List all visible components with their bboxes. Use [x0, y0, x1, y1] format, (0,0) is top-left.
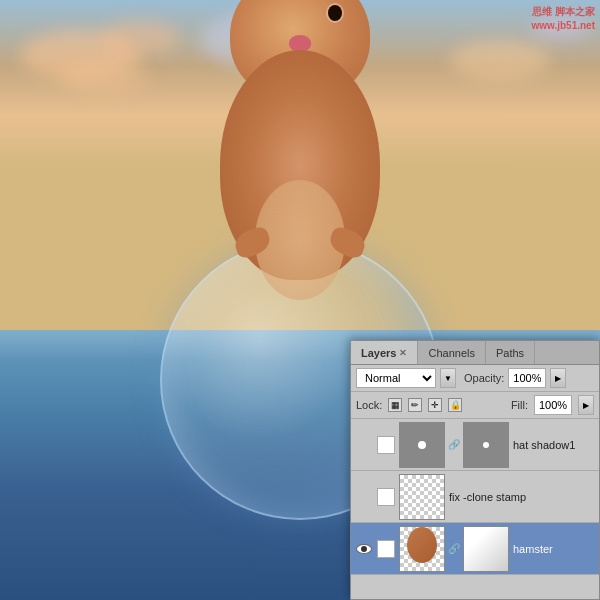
- opacity-label: Opacity:: [464, 372, 504, 384]
- layer-mask-hamster: [463, 526, 509, 572]
- hamster-torso: [220, 50, 380, 280]
- layer-row-hat-shadow[interactable]: 🔗 hat shadow1: [351, 419, 599, 471]
- tab-layers-close[interactable]: ✕: [399, 348, 407, 358]
- blend-mode-arrow[interactable]: ▼: [440, 368, 456, 388]
- tab-paths[interactable]: Paths: [486, 341, 535, 364]
- layer-thumbnail-fix-clone: [399, 474, 445, 520]
- opacity-input[interactable]: [508, 368, 546, 388]
- blend-mode-select[interactable]: Normal Dissolve Multiply Screen Overlay: [356, 368, 436, 388]
- lock-brush-icon[interactable]: ✏: [408, 398, 422, 412]
- layers-panel: Layers ✕ Channels Paths Normal Dissolve …: [350, 340, 600, 600]
- layer-link-hamster: 🔗: [449, 526, 459, 572]
- fill-input[interactable]: [534, 395, 572, 415]
- layer-link-hat-shadow: 🔗: [449, 422, 459, 468]
- lock-move-icon[interactable]: ✛: [428, 398, 442, 412]
- hamster-eye: [328, 5, 342, 21]
- layer-checkbox-hat-shadow[interactable]: [377, 436, 395, 454]
- tab-layers[interactable]: Layers ✕: [351, 341, 418, 364]
- lock-row: Lock: ▦ ✏ ✛ 🔒 Fill: ▶: [351, 392, 599, 419]
- layer-mask-hat-shadow: [463, 422, 509, 468]
- layer-name-fix-clone: fix -clone stamp: [449, 491, 595, 503]
- hamster-body: [200, 0, 400, 350]
- layer-name-hamster: hamster: [513, 543, 595, 555]
- lock-all-icon[interactable]: 🔒: [448, 398, 462, 412]
- opacity-arrow[interactable]: ▶: [550, 368, 566, 388]
- panel-tabs: Layers ✕ Channels Paths: [351, 341, 599, 365]
- layer-thumbnail-hamster: [399, 526, 445, 572]
- layer-visibility-hat-shadow[interactable]: [355, 436, 373, 454]
- mask-dot-hat-shadow: [483, 442, 489, 448]
- layer-name-hat-shadow: hat shadow1: [513, 439, 595, 451]
- layer-row-fix-clone[interactable]: fix -clone stamp: [351, 471, 599, 523]
- hamster-thumb-shape: [407, 527, 437, 563]
- watermark-line1: 思维 脚本之家: [531, 5, 595, 19]
- hamster-thumb-inner: [400, 527, 444, 571]
- blend-mode-row: Normal Dissolve Multiply Screen Overlay …: [351, 365, 599, 392]
- layer-row-hamster[interactable]: 🔗 hamster: [351, 523, 599, 575]
- fill-label: Fill:: [511, 399, 528, 411]
- eye-icon-hamster[interactable]: [356, 544, 372, 554]
- layer-visibility-fix-clone[interactable]: [355, 488, 373, 506]
- layer-thumbnail-hat-shadow: [399, 422, 445, 468]
- watermark-line2: www.jb51.net: [531, 19, 595, 33]
- layer-checkbox-hamster[interactable]: [377, 540, 395, 558]
- hat-shadow-dot: [418, 441, 426, 449]
- tab-channels[interactable]: Channels: [418, 341, 485, 364]
- fill-arrow[interactable]: ▶: [578, 395, 594, 415]
- lock-checkered-icon[interactable]: ▦: [388, 398, 402, 412]
- lock-label: Lock:: [356, 399, 382, 411]
- layer-visibility-hamster[interactable]: [355, 540, 373, 558]
- layer-checkbox-fix-clone[interactable]: [377, 488, 395, 506]
- watermark: 思维 脚本之家 www.jb51.net: [531, 5, 595, 33]
- hamster-nose: [289, 35, 311, 51]
